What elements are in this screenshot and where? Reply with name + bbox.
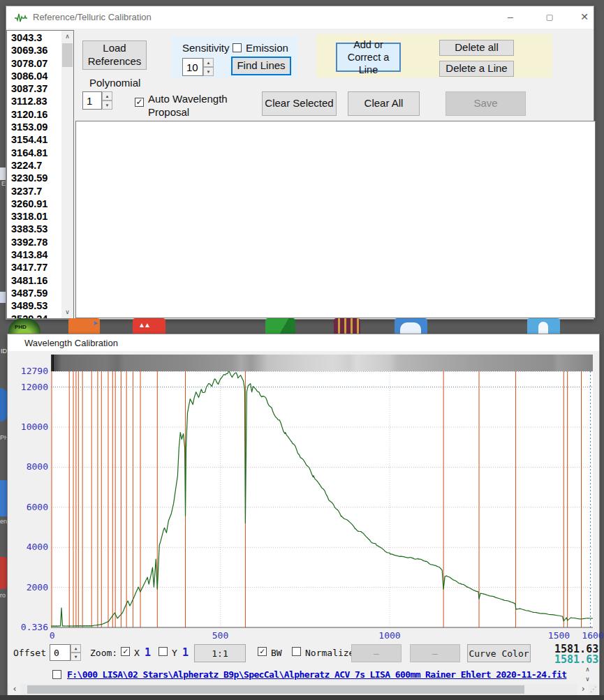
disabled-button-2[interactable]: –: [410, 644, 460, 662]
strip-marker: [52, 355, 54, 371]
sensitivity-label: Sensitivity: [182, 42, 230, 54]
minimize-button[interactable]: –: [495, 6, 526, 28]
polynomial-label: Polynomial: [89, 77, 140, 89]
scroll-down-icon[interactable]: ∨: [61, 306, 73, 318]
curve-color-button[interactable]: Curve Color: [467, 644, 531, 662]
bw-label: BW: [271, 648, 282, 658]
sensitivity-input[interactable]: 10: [182, 58, 203, 76]
scroll-left-icon[interactable]: ‹: [9, 684, 20, 695]
spectrum-plot[interactable]: [8, 334, 599, 696]
window-title: Reference/Telluric Calibration: [33, 12, 152, 22]
spin-up-icon[interactable]: ▲: [102, 91, 112, 100]
cursor-glyph: ➤: [92, 320, 98, 327]
add-or-correct-line-button[interactable]: Add or Correct a Line: [336, 43, 401, 72]
offset-label: Offset: [13, 648, 46, 658]
file-scroll-down[interactable]: ∨: [582, 675, 594, 684]
zoom-y-label: Y: [172, 648, 177, 658]
x-tick-label: 1600: [582, 630, 603, 641]
spectrum-preview-strip[interactable]: [51, 355, 593, 371]
load-references-button[interactable]: Load References: [82, 40, 147, 70]
scrollbar-thumb[interactable]: [27, 685, 524, 694]
delete-all-button[interactable]: Delete all: [439, 40, 514, 56]
desktop: E ID PH en ro Reference/Telluric Calibra…: [0, 0, 604, 700]
x-tick-label: 500: [212, 630, 228, 641]
one-to-one-button[interactable]: 1:1: [194, 644, 246, 662]
spin-up-icon[interactable]: ▲: [71, 644, 81, 653]
reference-telluric-window: Reference/Telluric Calibration – ▢ ✕ 304…: [6, 6, 594, 320]
file-scroll-up[interactable]: ∧: [582, 665, 594, 674]
spin-down-icon[interactable]: ▼: [203, 67, 214, 76]
delete-a-line-button[interactable]: Delete a Line: [439, 61, 514, 77]
x-tick-label: 1000: [378, 630, 400, 641]
y-tick-label: 2000: [13, 582, 48, 593]
desktop-fragment-label: ro: [0, 592, 6, 599]
zoom-y-factor: 1: [182, 646, 189, 659]
desktop-icon-orange[interactable]: ➤: [68, 318, 100, 334]
listbox-scrollbar[interactable]: ∧ ∨: [61, 31, 73, 318]
file-path-link[interactable]: F:\000 LISA\02 Stars\Alpheratz B9p\SpecC…: [67, 669, 566, 680]
cloud-glyph: [400, 322, 421, 334]
spin-up-icon[interactable]: ▲: [203, 58, 214, 67]
y-tick-label: 0.336: [13, 622, 48, 632]
zoom-y-checkbox[interactable]: [159, 647, 168, 656]
polynomial-input[interactable]: 1: [82, 91, 102, 110]
desktop-icon-lightblue[interactable]: [527, 318, 560, 334]
save-button[interactable]: Save: [445, 91, 526, 116]
emission-label: Emission: [246, 42, 288, 54]
normalize-label: Normalize: [305, 648, 354, 658]
disabled-button-1[interactable]: –: [351, 644, 402, 662]
y-tick-label: 6000: [13, 502, 48, 512]
y-tick-label: 4000: [13, 542, 48, 552]
desktop-icon-phd2[interactable]: PHD: [8, 318, 40, 334]
desktop-icon-cloud[interactable]: [395, 318, 427, 334]
app-icon: [15, 13, 27, 22]
window-titlebar: Reference/Telluric Calibration – ▢ ✕: [6, 6, 594, 29]
find-lines-button[interactable]: Find Lines: [231, 57, 291, 75]
wavelength-listbox[interactable]: 3043.33069.363078.073086.043087.373112.8…: [6, 30, 74, 319]
figure-glyph: [538, 322, 548, 334]
sensitivity-stepper[interactable]: ▲ ▼: [203, 58, 214, 76]
mountain-glyph: ▲▲: [138, 321, 149, 329]
zoom-x-factor: 1: [145, 646, 151, 659]
desktop-icon-green[interactable]: [265, 318, 295, 334]
zoom-x-checkbox[interactable]: ✓: [121, 647, 130, 656]
cursor-value-secondary: 1581.63: [554, 653, 598, 666]
calibration-display-panel[interactable]: [75, 121, 596, 318]
scroll-up-icon[interactable]: ∧: [61, 31, 73, 43]
y-tick-label: 12000: [13, 382, 48, 392]
wavelength-calibration-window: Wavelength Calibration 12790120001000080…: [7, 334, 600, 697]
desktop-icon-maroon[interactable]: [334, 318, 360, 334]
clear-selected-button[interactable]: Clear Selected: [262, 91, 337, 116]
y-tick-label: 8000: [13, 461, 48, 472]
y-tick-label: 12790: [13, 366, 48, 376]
x-tick-label: 1500: [548, 630, 570, 641]
normalize-checkbox[interactable]: [292, 647, 301, 656]
resize-grip-icon[interactable]: ⋰: [590, 685, 597, 693]
zoom-label: Zoom:: [90, 648, 117, 658]
spin-down-icon[interactable]: ▼: [102, 100, 112, 110]
maximize-button[interactable]: ▢: [534, 6, 565, 28]
y-tick-label: 10000: [13, 422, 48, 432]
x-tick-label: 0: [50, 630, 55, 641]
desktop-fragment-label: ID: [1, 348, 7, 355]
horizontal-scrollbar[interactable]: ‹ › ⋰: [8, 684, 598, 695]
spin-down-icon[interactable]: ▼: [71, 653, 81, 661]
clear-all-button[interactable]: Clear All: [348, 91, 420, 116]
emission-checkbox[interactable]: [233, 43, 242, 52]
offset-stepper[interactable]: ▲ ▼: [71, 644, 81, 661]
offset-input[interactable]: 0: [50, 644, 71, 661]
file-checkbox[interactable]: [52, 670, 61, 679]
auto-wavelength-checkbox[interactable]: ✓: [135, 98, 144, 107]
desktop-fragment-label: en: [0, 518, 7, 525]
close-button[interactable]: ✕: [569, 6, 600, 28]
bw-checkbox[interactable]: ✓: [258, 647, 267, 656]
polynomial-stepper[interactable]: ▲ ▼: [102, 91, 112, 110]
scrollbar-thumb[interactable]: [62, 43, 73, 67]
zoom-x-label: X: [134, 648, 140, 658]
auto-wavelength-label: Auto Wavelength Proposal: [148, 93, 235, 119]
taskbar: [0, 695, 604, 700]
desktop-fragment: [0, 167, 6, 180]
desktop-icon-red[interactable]: ▲▲: [133, 318, 165, 334]
scroll-right-icon[interactable]: ›: [577, 684, 589, 695]
desktop-fragment: [0, 292, 6, 303]
